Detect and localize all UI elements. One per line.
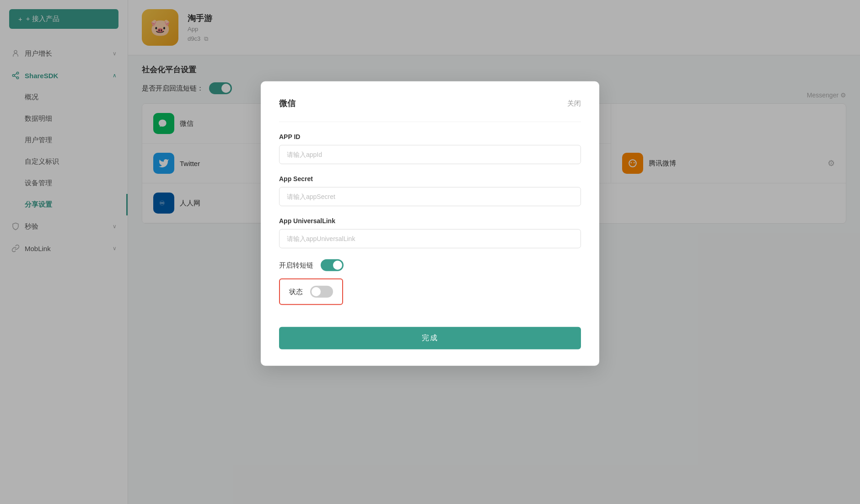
modal-wechat: 微信 关闭 APP ID App Secret App UniversalLin…	[261, 81, 599, 366]
status-label: 状态	[289, 287, 303, 296]
status-toggle[interactable]	[310, 286, 333, 298]
universal-link-input[interactable]	[279, 229, 581, 248]
app-secret-label: App Secret	[279, 175, 581, 182]
toggle-slider-on	[321, 259, 344, 271]
modal-header: 微信 关闭	[279, 98, 581, 109]
app-id-label: APP ID	[279, 133, 581, 140]
toggle-slider-off	[310, 286, 333, 298]
modal-close-button[interactable]: 关闭	[567, 99, 581, 107]
form-group-app-secret: App Secret	[279, 175, 581, 206]
modal-short-link-toggle[interactable]	[321, 259, 344, 271]
status-box: 状态	[279, 279, 343, 305]
universal-link-label: App UniversalLink	[279, 217, 581, 225]
app-id-input[interactable]	[279, 145, 581, 164]
form-group-app-id: APP ID	[279, 133, 581, 164]
form-group-universal-link: App UniversalLink	[279, 217, 581, 248]
modal-footer: 完成	[279, 327, 581, 349]
short-link-toggle-label: 开启转短链	[279, 261, 313, 269]
short-link-toggle-row: 开启转短链	[279, 259, 581, 271]
complete-button[interactable]: 完成	[279, 327, 581, 349]
modal-title: 微信	[279, 98, 296, 109]
modal-divider	[279, 122, 581, 122]
app-secret-input[interactable]	[279, 187, 581, 206]
